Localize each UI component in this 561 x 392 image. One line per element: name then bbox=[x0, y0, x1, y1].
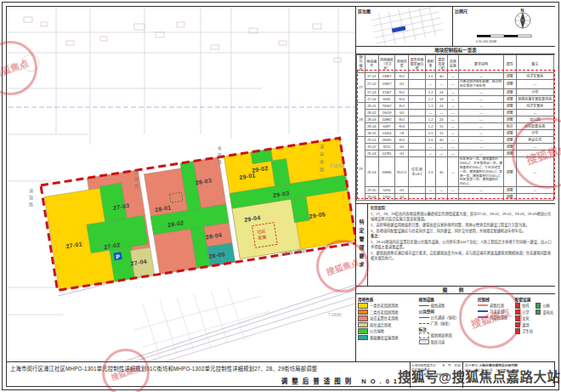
table-cell bbox=[409, 122, 426, 129]
legend-item: 卫生站 bbox=[515, 328, 533, 334]
table-cell: 调整 bbox=[504, 136, 516, 143]
legend-swatch bbox=[515, 310, 521, 315]
table-cell: 调整 bbox=[504, 129, 516, 136]
design-cell: 设计单位 上海市城市规划设计研究院 地址：铜仁路331号 证书等级：甲级 bbox=[463, 362, 554, 388]
table-cell: — bbox=[436, 80, 447, 89]
table-cell: Rr2 bbox=[395, 88, 409, 95]
table-cell: — bbox=[436, 194, 447, 201]
table-cell bbox=[409, 95, 426, 102]
table-cell: 调整 bbox=[504, 150, 516, 156]
table-row: 28-0310882Rr21.224——调整幼儿园 bbox=[357, 116, 554, 122]
table-cell: 调整 bbox=[504, 95, 516, 102]
table-cell: 27-01 bbox=[365, 73, 378, 80]
table-row: 2929-0129090Rr22.040——调整商品住宅 bbox=[357, 136, 554, 143]
table-cell: 10882 bbox=[378, 116, 395, 122]
table-cell: 调整 bbox=[504, 116, 516, 122]
table-cell: 0.5 bbox=[425, 129, 435, 136]
table-cell: — bbox=[516, 156, 553, 186]
table-cell: 调整 bbox=[504, 143, 516, 150]
table-cell: — bbox=[516, 194, 553, 201]
table-header: 建筑高度（米） bbox=[436, 55, 447, 73]
legend-item: 变电站 bbox=[536, 310, 553, 315]
table-cell: G1 bbox=[395, 194, 409, 201]
site-band: 社区 配套 27-01 27-02 27-03 27-04 28-01 28-0… bbox=[41, 138, 355, 290]
table-header: 用地性质 bbox=[395, 55, 409, 73]
road-label-inner1: 汇臻路 bbox=[134, 169, 139, 189]
table-cell: — bbox=[516, 143, 553, 150]
table-header: 属性 bbox=[504, 55, 516, 73]
table-row: 29-055094G1————调整— bbox=[357, 187, 554, 194]
legend-road-col: 规划道路 规划道路 公共空间 公共通道（绿化）广场（绿化） 标注 规划地块界线现… bbox=[417, 294, 477, 361]
table-cell: 调整 bbox=[504, 109, 516, 116]
table-cell: — bbox=[447, 109, 458, 116]
legend-mark-header: 标注 bbox=[419, 327, 475, 332]
table-cell: 29-03 bbox=[365, 150, 378, 156]
table-row: 29-0312781G1————调整— bbox=[357, 150, 554, 156]
management-notes: 特别说明：1、27、28、29街坊内各地块界线以最终核定的测绘成果为准；其中27… bbox=[368, 204, 555, 286]
note-line: 备注： bbox=[371, 234, 552, 239]
location-inset: 区位图 bbox=[356, 7, 453, 46]
legend-swatch bbox=[478, 316, 488, 318]
map-canvas: 社区 配套 27-01 27-02 27-03 27-04 28-01 28-0… bbox=[7, 7, 355, 361]
background-buildings bbox=[24, 17, 341, 62]
title-bar: 上海市闵行区浦江社区MHPO-1301单元控制性详细规划01C街坊和MHPO-1… bbox=[7, 361, 554, 388]
table-cell: G1 bbox=[395, 150, 409, 156]
table-cell: 29-01 bbox=[365, 136, 378, 143]
table-cell: 住宅:商业=8:2 bbox=[409, 156, 426, 186]
approval-cell: 上海市规划委员会 年 月 日全会议审议通过 上海市人民政府 沪府规划（ ）号 予… bbox=[411, 362, 463, 388]
indicator-table-wrap: 街坊编号地块编号用地面积（平方米）用地性质混合用地建筑量比例容积率建筑高度（米）… bbox=[356, 54, 555, 204]
table-cell: — bbox=[425, 194, 435, 201]
location-label: 区位图 bbox=[358, 8, 371, 14]
table-cell: — bbox=[447, 116, 458, 122]
table-cell: — bbox=[436, 150, 447, 156]
table-cell: 18 bbox=[436, 95, 447, 102]
table-cell: 调整 bbox=[504, 102, 516, 109]
table-cell: 40 bbox=[436, 73, 447, 80]
table-cell: 动迁安置房 bbox=[516, 73, 553, 80]
legend-swatch bbox=[515, 328, 521, 334]
table-header: 地块编号 bbox=[365, 55, 378, 73]
table-cell: 28-02 bbox=[365, 109, 378, 116]
table-cell bbox=[409, 150, 426, 156]
legend-facility-col: 配套设施 幼托小学文化菜场卫生站 公厕变电站 bbox=[513, 294, 555, 361]
note-line: 2、建筑贴线率应满足城市设计要求，沿街建筑高度为30米，应与周边城市界面及建筑风… bbox=[371, 251, 552, 261]
legend-item: 基础教育设施用地 bbox=[358, 335, 416, 341]
legend-swatch bbox=[358, 322, 368, 328]
table-cell: 37467 bbox=[378, 88, 395, 95]
table-cell: — bbox=[447, 102, 458, 109]
table-row: 28-046487Rr41.215——拟定社区配套设施 bbox=[357, 122, 554, 129]
table-cell: — bbox=[447, 143, 458, 150]
table-row: 2727-0123867Rr22.040——调整动迁安置房 bbox=[357, 73, 554, 80]
map-marker-1: T-18(M) bbox=[330, 164, 343, 168]
table-cell: 1.6 bbox=[425, 156, 435, 186]
table-cell: G1 bbox=[395, 187, 409, 194]
scale-bar: 0 50 100 200M bbox=[476, 35, 531, 43]
legend-landuse-header: 用地性质 bbox=[358, 297, 416, 302]
table-cell: — bbox=[516, 150, 553, 156]
table-cell: 1353 bbox=[378, 194, 395, 201]
note-line: 2、容积率按建设用地面积计算，建筑高度自室外地坪起算，具体以经审定的建设工程设计… bbox=[371, 223, 552, 228]
table-cell: 40 bbox=[436, 136, 447, 143]
table-cell: 拟定 bbox=[504, 122, 516, 129]
table-cell: C8 bbox=[395, 129, 409, 136]
table-cell: — bbox=[458, 194, 503, 201]
table-cell: 76567 bbox=[378, 102, 395, 109]
table-cell: 13454 bbox=[378, 129, 395, 136]
legend-swatch bbox=[358, 310, 368, 315]
svg-text:0 50 100 200M: 0 50 100 200M bbox=[476, 40, 496, 43]
approval-row-2: 上海市人民政府 沪府规划（ ）号 予以批准 bbox=[411, 373, 462, 383]
table-cell: Rr4 bbox=[395, 95, 409, 102]
table-cell: 调整 bbox=[504, 73, 516, 80]
approval-row-1: 上海市规划委员会 年 月 日全会议审议通过 bbox=[411, 364, 462, 373]
table-cell: — bbox=[458, 136, 503, 143]
legend-swatch bbox=[536, 310, 541, 315]
north-arrow-icon: N bbox=[515, 8, 530, 30]
indicator-table: 街坊编号地块编号用地面积（平方米）用地性质混合用地建筑量比例容积率建筑高度（米）… bbox=[356, 54, 554, 201]
design-label: 设计单位 bbox=[465, 364, 478, 367]
block-number-cell: 27 bbox=[357, 73, 366, 103]
table-cell: — bbox=[425, 109, 435, 116]
table-header: 备注 bbox=[516, 55, 553, 73]
table-cell: — bbox=[458, 116, 503, 122]
table-row: 27-0337467Rr21.224——调整小学 bbox=[357, 88, 554, 95]
table-cell: 6581 bbox=[378, 95, 395, 102]
